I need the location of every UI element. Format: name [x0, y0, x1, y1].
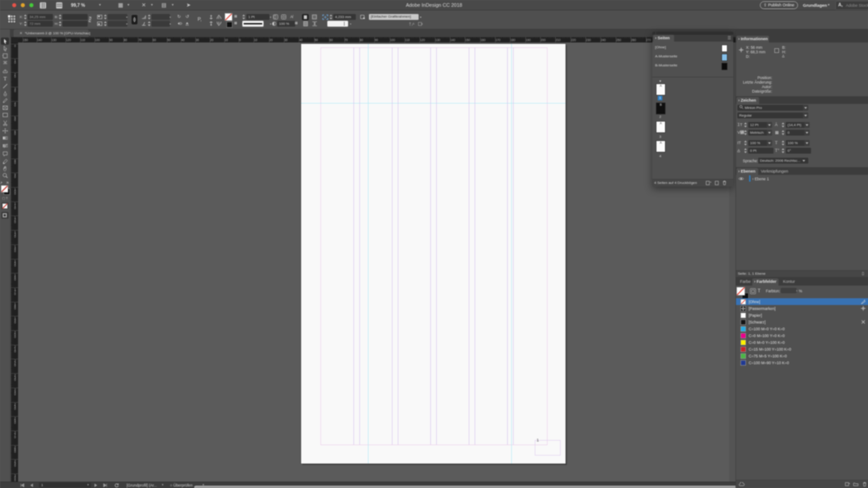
- svg-text:T: T: [3, 75, 7, 81]
